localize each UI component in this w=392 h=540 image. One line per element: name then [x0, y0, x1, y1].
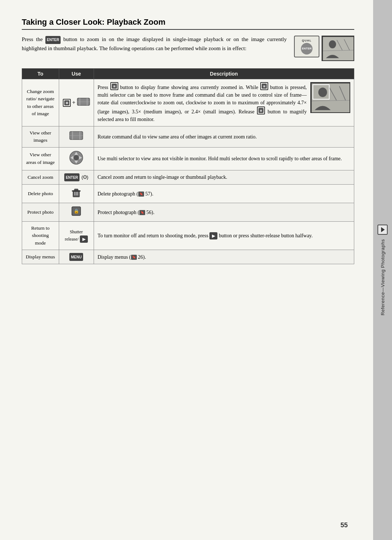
command-dial-use-icon — [69, 137, 83, 142]
enter-button-illustration: QUAL ENTER — [294, 36, 319, 57]
row-desc-areas: Use multi selector to view area not visi… — [94, 147, 354, 170]
row-use-zoom: ⊞ + — [59, 79, 94, 126]
playback-tab-icon — [377, 225, 388, 235]
svg-point-4 — [329, 40, 336, 48]
row-desc-images: Rotate command dial to view same area of… — [94, 126, 354, 148]
svg-text:⊞: ⊞ — [65, 101, 68, 105]
row-to-shoot: Return toshootingmode — [22, 222, 59, 250]
intro-area: Press the ENTER button to zoom in on the… — [22, 35, 354, 61]
multi-selector-icon — [69, 161, 83, 166]
svg-point-22 — [318, 88, 327, 97]
row-use-shoot: Shutterrelease/ ▶ — [59, 222, 94, 250]
row-desc-protect: Protect photograph (🔖 56). — [94, 203, 354, 222]
desc-play-icon: ▶ — [209, 232, 217, 240]
row-desc-cancel: Cancel zoom and return to single-image o… — [94, 170, 354, 185]
row-desc-zoom: Press ⊞ button to display frame showing … — [94, 79, 354, 126]
table-row: Change zoomratio/ navigateto other areas… — [22, 79, 354, 126]
desc-zoom-icon2: ⊞ — [260, 82, 268, 90]
enter-circle: ENTER — [301, 43, 313, 55]
table-row: Delete photo — [22, 185, 354, 203]
right-sidebar: Reference—Viewing Photographs — [373, 0, 392, 540]
zoom-button-icon: ⊞ — [63, 99, 71, 107]
row-use-cancel: ENTER (ʘ) — [59, 170, 94, 185]
row-desc-menu: Display menus (🔖 26). — [94, 250, 354, 264]
menu-button-icon: MENU — [69, 253, 83, 261]
header-to: To — [22, 69, 59, 79]
row-to-menu: Display menus — [22, 250, 59, 264]
playback-button-icon: ▶ — [80, 235, 88, 243]
intro-text: Press the ENTER button to zoom in on the… — [22, 35, 287, 53]
enter-cancel-icon: ENTER — [64, 173, 79, 181]
photo-illustration — [322, 36, 354, 61]
table-row: Display menus MENU Display menus (🔖 26). — [22, 250, 354, 264]
desc-zoom-icon: ⊞ — [110, 82, 118, 90]
q-symbol: (ʘ) — [82, 174, 89, 180]
operations-table: To Use Description Change zoomratio/ nav… — [22, 68, 354, 264]
enter-button-icon: ENTER — [45, 36, 61, 44]
main-content: Taking a Closer Look: Playback Zoom Pres… — [0, 0, 373, 540]
table-row: Protect photo 🔒 Protect photograph (🔖 56… — [22, 203, 354, 222]
svg-text:⊞: ⊞ — [113, 85, 115, 88]
sidebar-label: Reference—Viewing Photographs — [380, 239, 385, 315]
row-to-areas: View otherareas of image — [22, 147, 59, 170]
row-to-images: View otherimages — [22, 126, 59, 148]
row-use-delete — [59, 185, 94, 203]
page-ref-icon3: 🔖 — [131, 255, 137, 260]
svg-text:🔒: 🔒 — [74, 208, 79, 214]
row-to-delete: Delete photo — [22, 185, 59, 203]
row-to-protect: Protect photo — [22, 203, 59, 222]
command-dial-icon — [77, 97, 90, 109]
svg-text:⊞: ⊞ — [260, 109, 262, 112]
row-use-images — [59, 126, 94, 148]
sidebar-content: Reference—Viewing Photographs — [377, 225, 388, 315]
page: Taking a Closer Look: Playback Zoom Pres… — [0, 0, 392, 540]
row-use-protect: 🔒 — [59, 203, 94, 222]
row-desc-shoot: To turn monitor off and return to shooti… — [94, 222, 354, 250]
intro-images: QUAL ENTER — [294, 36, 354, 61]
zoomed-photo-illustration — [310, 82, 350, 113]
table-row: View otherareas of image — [22, 147, 354, 170]
row-to-cancel: Cancel zoom — [22, 170, 59, 185]
protect-icon: 🔒 — [71, 212, 81, 217]
header-use: Use — [59, 69, 94, 79]
row-desc-delete: Delete photograph (🔖 57). — [94, 185, 354, 203]
row-use-menu: MENU — [59, 250, 94, 264]
play-triangle — [381, 227, 385, 232]
page-title: Taking a Closer Look: Playback Zoom — [22, 17, 354, 30]
row-to-zoom: Change zoomratio/ navigateto other areas… — [22, 79, 59, 126]
page-ref-icon: 🔖 — [138, 192, 144, 197]
svg-rect-37 — [72, 190, 81, 192]
table-row: View otherimages Rot — [22, 126, 354, 148]
table-row: Cancel zoom ENTER (ʘ) Cancel zoom and re… — [22, 170, 354, 185]
plus-icon: + — [72, 98, 75, 107]
row-use-areas — [59, 147, 94, 170]
dual-label: QUAL — [302, 39, 312, 42]
delete-icon — [72, 193, 81, 199]
header-description: Description — [94, 69, 354, 79]
svg-point-30 — [74, 155, 79, 160]
svg-text:⊞: ⊞ — [263, 85, 265, 88]
page-number: 55 — [340, 521, 348, 529]
desc-text-zoom: Press ⊞ button to display frame showing … — [98, 82, 307, 123]
desc-zoom-icon3: ⊞ — [257, 106, 265, 114]
table-row: Return toshootingmode Shutterrelease/ ▶ … — [22, 222, 354, 250]
page-ref-icon2: 🔖 — [139, 210, 145, 215]
